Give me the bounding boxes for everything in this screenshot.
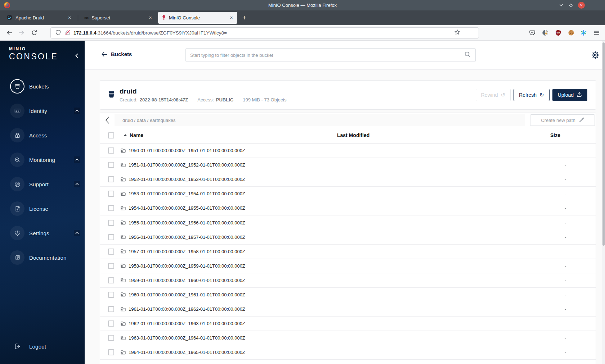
- back-to-buckets-link[interactable]: Buckets: [102, 51, 132, 57]
- back-button[interactable]: [6, 29, 13, 37]
- object-row[interactable]: 1952-01-01T00:00:00.000Z_1953-01-01T00:0…: [100, 172, 596, 187]
- scrollbar-thumb[interactable]: [602, 42, 605, 246]
- row-checkbox[interactable]: [108, 162, 114, 168]
- row-checkbox[interactable]: [108, 234, 114, 240]
- insecure-lock-icon[interactable]: [64, 29, 71, 37]
- url-bar[interactable]: 172.18.0.4:31664/buckets/druid/browse/ZG…: [50, 27, 479, 38]
- bookmark-star-icon[interactable]: [454, 29, 461, 37]
- tab-minio-console[interactable]: MinIO Console ✕: [158, 12, 237, 24]
- object-row[interactable]: 1950-01-01T00:00:00.000Z_1951-01-01T00:0…: [100, 144, 596, 158]
- object-row[interactable]: 1962-01-01T00:00:00.000Z_1963-01-01T00:0…: [100, 317, 596, 331]
- filter-objects-search[interactable]: [185, 48, 476, 62]
- privacy-badger-icon[interactable]: [542, 29, 548, 36]
- create-new-path-button[interactable]: Create new path: [530, 114, 595, 126]
- forward-button[interactable]: [18, 29, 25, 37]
- row-checkbox[interactable]: [108, 220, 114, 226]
- row-checkbox[interactable]: [108, 349, 114, 355]
- tab-close-icon[interactable]: ✕: [148, 15, 153, 21]
- object-name[interactable]: 1953-01-01T00:00:00.000Z_1954-01-01T00:0…: [129, 191, 245, 196]
- window-minimize-button[interactable]: [559, 3, 564, 8]
- object-row[interactable]: 1964-01-01T00:00:00.000Z_1965-01-01T00:0…: [100, 345, 596, 360]
- row-checkbox[interactable]: [108, 249, 114, 255]
- sidebar-item-monitoring[interactable]: Monitoring: [10, 153, 80, 167]
- object-name[interactable]: 1959-01-01T00:00:00.000Z_1960-01-01T00:0…: [129, 278, 245, 283]
- sidebar-item-settings[interactable]: Settings: [10, 226, 80, 240]
- row-checkbox[interactable]: [108, 320, 114, 327]
- sidebar-item-buckets[interactable]: Buckets: [10, 79, 80, 94]
- window-close-button[interactable]: ✕: [578, 2, 585, 9]
- object-row[interactable]: 1956-01-01T00:00:00.000Z_1957-01-01T00:0…: [100, 230, 596, 245]
- row-checkbox[interactable]: [108, 147, 114, 154]
- path-back-chevron[interactable]: [101, 114, 114, 126]
- object-size: -: [565, 148, 566, 153]
- pocket-icon[interactable]: [529, 29, 535, 36]
- object-name[interactable]: 1957-01-01T00:00:00.000Z_1958-01-01T00:0…: [129, 249, 245, 254]
- object-row[interactable]: 1953-01-01T00:00:00.000Z_1954-01-01T00:0…: [100, 187, 596, 201]
- ublock-origin-icon[interactable]: uO: [555, 29, 561, 36]
- object-name[interactable]: 1952-01-01T00:00:00.000Z_1953-01-01T00:0…: [129, 177, 245, 182]
- tab-close-icon[interactable]: ✕: [67, 15, 72, 21]
- chevron-up-icon[interactable]: [74, 108, 80, 114]
- settings-gear-icon[interactable]: [591, 50, 600, 61]
- chevron-up-icon[interactable]: [74, 156, 80, 163]
- row-checkbox[interactable]: [108, 205, 114, 211]
- sidebar-item-identity[interactable]: Identity: [10, 104, 80, 118]
- row-checkbox[interactable]: [108, 292, 114, 298]
- object-row[interactable]: 1957-01-01T00:00:00.000Z_1958-01-01T00:0…: [100, 245, 596, 259]
- minio-bird-icon: [162, 14, 166, 21]
- container-asterisk-icon[interactable]: [581, 29, 587, 36]
- object-size: -: [565, 350, 566, 355]
- object-name[interactable]: 1962-01-01T00:00:00.000Z_1963-01-01T00:0…: [129, 321, 245, 326]
- column-header-name[interactable]: Name: [120, 132, 337, 138]
- chevron-up-icon[interactable]: [74, 181, 80, 187]
- object-name[interactable]: 1963-01-01T00:00:00.000Z_1964-01-01T00:0…: [129, 335, 245, 341]
- row-checkbox[interactable]: [108, 263, 114, 269]
- row-checkbox[interactable]: [108, 335, 114, 341]
- row-checkbox[interactable]: [108, 306, 114, 312]
- object-name[interactable]: 1956-01-01T00:00:00.000Z_1957-01-01T00:0…: [129, 235, 245, 240]
- object-name[interactable]: 1960-01-01T00:00:00.000Z_1961-01-01T00:0…: [129, 292, 245, 297]
- sidebar-item-access[interactable]: Access: [10, 128, 80, 142]
- object-name[interactable]: 1964-01-01T00:00:00.000Z_1965-01-01T00:0…: [129, 350, 245, 355]
- object-name[interactable]: 1951-01-01T00:00:00.000Z_1952-01-01T00:0…: [129, 162, 245, 168]
- breadcrumb[interactable]: druid / data / earthquakes: [115, 114, 525, 126]
- object-row[interactable]: 1958-01-01T00:00:00.000Z_1959-01-01T00:0…: [100, 259, 596, 273]
- object-name[interactable]: 1955-01-01T00:00:00.000Z_1956-01-01T00:0…: [129, 220, 245, 226]
- sidebar-item-logout[interactable]: Logout: [10, 339, 80, 354]
- menu-hamburger-icon[interactable]: [593, 29, 600, 36]
- object-name[interactable]: 1950-01-01T00:00:00.000Z_1951-01-01T00:0…: [129, 148, 245, 153]
- object-row[interactable]: 1960-01-01T00:00:00.000Z_1961-01-01T00:0…: [100, 288, 596, 302]
- window-maximize-button[interactable]: [568, 3, 573, 8]
- object-row[interactable]: 1954-01-01T00:00:00.000Z_1955-01-01T00:0…: [100, 201, 596, 215]
- row-checkbox[interactable]: [108, 277, 114, 283]
- object-row[interactable]: 1955-01-01T00:00:00.000Z_1956-01-01T00:0…: [100, 215, 596, 230]
- tab-superset[interactable]: ∞ Superset ✕: [81, 12, 156, 24]
- sidebar-collapse-icon[interactable]: [74, 53, 80, 60]
- object-name[interactable]: 1958-01-01T00:00:00.000Z_1959-01-01T00:0…: [129, 263, 245, 269]
- new-tab-button[interactable]: +: [242, 14, 246, 22]
- sidebar-item-support[interactable]: Support: [10, 177, 80, 191]
- object-row[interactable]: 1963-01-01T00:00:00.000Z_1964-01-01T00:0…: [100, 331, 596, 345]
- sidebar-item-license[interactable]: License: [10, 201, 80, 216]
- shield-icon[interactable]: [55, 29, 61, 37]
- reload-button[interactable]: [31, 29, 37, 37]
- search-input[interactable]: [190, 53, 464, 58]
- refresh-button[interactable]: Refresh ↻: [514, 89, 550, 101]
- chevron-up-icon[interactable]: [74, 230, 80, 236]
- object-row[interactable]: 1951-01-01T00:00:00.000Z_1952-01-01T00:0…: [100, 158, 596, 172]
- row-checkbox[interactable]: [108, 176, 114, 182]
- cookie-icon[interactable]: [568, 29, 574, 36]
- row-checkbox[interactable]: [108, 191, 114, 197]
- upload-button[interactable]: Upload: [552, 89, 587, 101]
- object-row[interactable]: 1961-01-01T00:00:00.000Z_1962-01-01T00:0…: [100, 302, 596, 317]
- tab-apache-druid[interactable]: Apache Druid ✕: [3, 12, 76, 24]
- window-title: MinIO Console — Mozilla Firefox: [72, 0, 533, 10]
- rewind-button: Rewind ↺: [476, 89, 511, 101]
- select-all-checkbox[interactable]: [108, 132, 114, 138]
- object-name[interactable]: 1954-01-01T00:00:00.000Z_1955-01-01T00:0…: [129, 205, 245, 211]
- sidebar-item-documentation[interactable]: Documentation: [10, 250, 80, 265]
- breadcrumb-path[interactable]: druid / data / earthquakes: [122, 118, 175, 123]
- object-name[interactable]: 1961-01-01T00:00:00.000Z_1962-01-01T00:0…: [129, 306, 245, 312]
- tab-close-icon[interactable]: ✕: [229, 15, 234, 21]
- object-row[interactable]: 1959-01-01T00:00:00.000Z_1960-01-01T00:0…: [100, 273, 596, 288]
